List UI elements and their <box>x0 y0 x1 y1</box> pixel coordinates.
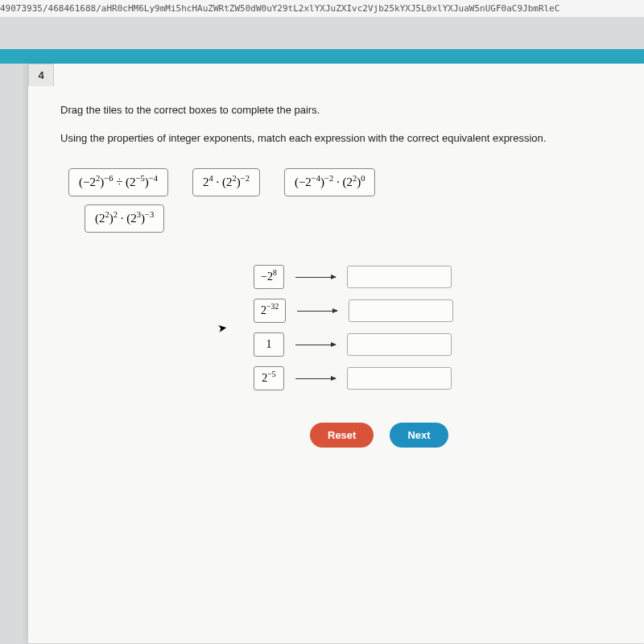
arrow-icon <box>297 311 337 312</box>
match-row-1: −28 <box>254 265 612 289</box>
drop-target-2[interactable] <box>349 299 453 322</box>
question-number-tab[interactable]: 4 <box>28 64 54 86</box>
matching-area: −28 2−32 1 2−5 <box>254 265 612 390</box>
answer-box-1: −28 <box>254 265 284 289</box>
arrow-icon <box>295 277 336 278</box>
tile-expression-1[interactable]: (−22)−6 ÷ (2−5)−4 <box>68 168 168 196</box>
tile-expression-3[interactable]: (−2−4)−2 · (22)0 <box>284 168 376 196</box>
drop-target-3[interactable] <box>347 333 452 356</box>
arrow-icon <box>295 378 336 379</box>
subinstruction-text: Using the properties of integer exponent… <box>60 132 612 144</box>
tiles-row-1: (−22)−6 ÷ (2−5)−4 24 · (22)−2 (−2−4)−2 ·… <box>68 168 612 196</box>
tile-expression-2[interactable]: 24 · (22)−2 <box>192 168 260 196</box>
next-button[interactable]: Next <box>390 423 448 448</box>
match-row-4: 2−5 <box>254 366 612 390</box>
spacer <box>0 17 644 49</box>
reset-button[interactable]: Reset <box>310 423 374 448</box>
tiles-row-2: (22)2 · (23)−3 <box>85 204 612 233</box>
answer-box-3: 1 <box>254 332 284 357</box>
header-bar <box>0 49 644 64</box>
match-row-3: 1 <box>254 332 612 357</box>
instruction-text: Drag the tiles to the correct boxes to c… <box>60 104 612 116</box>
drop-target-1[interactable] <box>347 266 452 288</box>
drop-target-4[interactable] <box>347 367 452 390</box>
tile-expression-4[interactable]: (22)2 · (23)−3 <box>85 204 164 233</box>
answer-box-2: 2−32 <box>254 299 286 323</box>
button-row: Reset Next <box>310 423 612 448</box>
cursor-icon: ➤ <box>217 320 228 335</box>
url-bar: 49073935/468461688/aHR0cHM6Ly9mMi5hcHAuZ… <box>0 0 644 17</box>
arrow-icon <box>295 345 336 345</box>
content-area: 4 Drag the tiles to the correct boxes to… <box>28 64 644 643</box>
match-row-2: 2−32 <box>254 299 612 323</box>
answer-box-4: 2−5 <box>254 366 284 390</box>
